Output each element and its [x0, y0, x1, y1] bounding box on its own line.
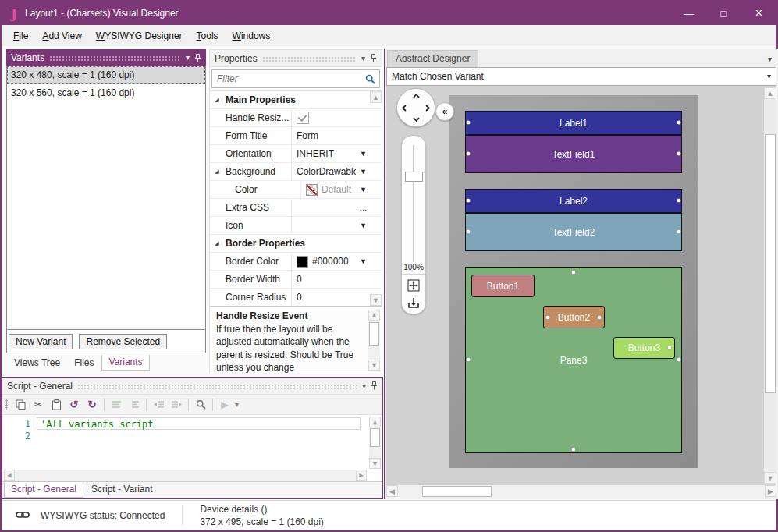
widget-label2[interactable]: Label2 [465, 189, 682, 213]
widget-label1[interactable]: Label1 [465, 111, 682, 135]
chevron-down-icon[interactable]: ▼ [360, 222, 370, 229]
filter-input[interactable] [212, 73, 365, 84]
indent-icon[interactable] [169, 397, 184, 413]
code-line[interactable] [37, 430, 382, 442]
scroll-up-icon[interactable]: ▲ [369, 417, 381, 427]
scroll-up-icon[interactable]: ▲ [368, 310, 380, 321]
code-line[interactable]: 'All variants script [37, 417, 361, 430]
zoom-slider-thumb[interactable] [405, 172, 423, 182]
property-row-border-color[interactable]: Border Color#000000▼ [210, 253, 382, 271]
variant-item[interactable]: 320 x 560, scale = 1 (160 dpi) [7, 84, 205, 102]
variant-item[interactable]: 320 x 480, scale = 1 (160 dpi) [7, 66, 205, 84]
run-icon[interactable]: ▶ [217, 397, 233, 413]
menu-windows[interactable]: Windows [226, 27, 278, 44]
property-row-handle-resize[interactable]: Handle Resiz... [210, 109, 382, 127]
collapse-controls-button[interactable]: « [435, 102, 454, 121]
scroll-right-icon[interactable]: ▶ [765, 485, 776, 497]
scroll-down-icon[interactable]: ▼ [370, 294, 382, 306]
property-row-border-width[interactable]: Border Width0 [210, 271, 382, 289]
tab-variants[interactable]: Variants [101, 355, 149, 371]
menu-wysiwyg-designer[interactable]: WYSIWYG Designer [89, 27, 190, 44]
widget-textfield1[interactable]: TextField1 [465, 135, 682, 173]
handle-dot[interactable] [677, 358, 681, 362]
property-row-icon[interactable]: Icon▼ [210, 217, 382, 235]
expander-icon[interactable]: ◢ [210, 240, 224, 246]
minimize-button[interactable]: — [671, 2, 706, 25]
chevron-down-icon[interactable]: ▾ [768, 55, 772, 63]
editor-horizontal-scrollbar[interactable]: ◀ ▶ [4, 470, 367, 481]
handle-dot[interactable] [668, 346, 672, 350]
close-button[interactable]: × [741, 2, 776, 25]
scrollbar-thumb[interactable] [369, 322, 379, 346]
widget-button1[interactable]: Button1 [471, 275, 535, 297]
property-row-background[interactable]: ◢BackgroundColorDrawable▼ [210, 163, 382, 181]
chevron-down-icon[interactable]: ▼ [360, 168, 370, 176]
menu-tools[interactable]: Tools [190, 27, 226, 44]
property-row-orientation[interactable]: OrientationINHERIT▼ [210, 145, 382, 163]
property-group-main[interactable]: ◢Main Properties [210, 91, 382, 109]
variant-match-combobox[interactable]: Match Chosen Variant ▾ [386, 67, 776, 86]
handle-resize-checkbox[interactable] [297, 112, 309, 124]
handle-dot[interactable] [467, 230, 471, 234]
comment-icon[interactable] [108, 397, 124, 413]
widget-button3[interactable]: Button3 [613, 337, 675, 359]
grid-scrollbar[interactable]: ▲ ▼ [370, 91, 382, 306]
fit-to-screen-button[interactable] [407, 278, 421, 293]
handle-dot[interactable] [677, 121, 681, 125]
tab-script-general[interactable]: Script - General [4, 482, 83, 498]
menu-file[interactable]: File [6, 27, 35, 44]
chevron-down-icon[interactable]: ▾ [186, 54, 190, 62]
search-icon[interactable] [365, 74, 379, 84]
handle-dot[interactable] [467, 358, 471, 362]
property-group-border[interactable]: ◢Border Properties [210, 235, 382, 253]
code-editor[interactable]: 1 2 'All variants script ▲ ▼ ◀ ▶ [2, 415, 382, 481]
property-row-extra-css[interactable]: Extra CSS... [210, 199, 382, 217]
redo-icon[interactable]: ↻ [84, 397, 100, 413]
scroll-up-icon[interactable]: ▲ [370, 91, 382, 103]
widget-textfield2[interactable]: TextField2 [465, 213, 682, 251]
tab-script-variant[interactable]: Script - Variant [85, 482, 158, 497]
description-scrollbar[interactable]: ▲ ▼ [368, 310, 380, 371]
ellipsis-button[interactable]: ... [360, 203, 370, 212]
tab-views-tree[interactable]: Views Tree [8, 356, 66, 371]
handle-dot[interactable] [677, 199, 681, 203]
cut-icon[interactable]: ✂ [30, 397, 46, 413]
search-icon[interactable] [193, 397, 208, 413]
scroll-down-icon[interactable]: ▼ [764, 472, 776, 484]
scroll-up-icon[interactable]: ▲ [764, 87, 776, 99]
copy-icon[interactable] [12, 397, 28, 413]
canvas-horizontal-scrollbar[interactable]: ◀ ▶ [386, 485, 776, 498]
widget-button2[interactable]: Button2 [543, 306, 605, 328]
scrollbar-thumb[interactable] [765, 134, 776, 393]
scroll-right-icon[interactable]: ▶ [356, 470, 367, 481]
designer-canvas[interactable]: Label1 TextField1 Label2 TextField2 Pane… [386, 86, 776, 485]
canvas-vertical-scrollbar[interactable]: ▲ ▼ [764, 87, 776, 484]
scroll-left-icon[interactable]: ◀ [386, 485, 398, 497]
handle-dot[interactable] [572, 448, 576, 452]
tab-files[interactable]: Files [68, 356, 100, 371]
pan-control[interactable] [396, 88, 435, 127]
expander-icon[interactable]: ◢ [210, 97, 224, 103]
maximize-button[interactable]: □ [706, 2, 741, 25]
chevron-down-icon[interactable]: ▼ [360, 150, 370, 158]
chevron-down-icon[interactable]: ▼ [360, 257, 370, 265]
outdent-icon[interactable] [151, 397, 166, 413]
property-row-corner-radius[interactable]: Corner Radius0 [210, 289, 382, 306]
toolbar-overflow-icon[interactable]: ▾ [235, 401, 239, 409]
new-variant-button[interactable]: New Variant [9, 334, 73, 349]
scrollbar-thumb[interactable] [370, 428, 380, 447]
remove-selected-button[interactable]: Remove Selected [79, 334, 167, 349]
handle-dot[interactable] [546, 316, 550, 320]
load-layout-button[interactable] [407, 296, 421, 310]
editor-vertical-scrollbar[interactable]: ▲ ▼ [369, 417, 381, 469]
undo-icon[interactable]: ↺ [66, 397, 82, 413]
handle-dot[interactable] [572, 271, 576, 275]
zoom-slider-track[interactable] [413, 145, 414, 262]
scroll-down-icon[interactable]: ▼ [368, 360, 380, 371]
handle-dot[interactable] [467, 121, 471, 125]
toolbar-grip-icon[interactable] [5, 399, 8, 410]
color-swatch-default[interactable] [306, 184, 318, 196]
color-swatch-black[interactable] [297, 256, 308, 268]
scrollbar-thumb[interactable] [422, 486, 492, 497]
pin-icon[interactable] [194, 54, 201, 62]
